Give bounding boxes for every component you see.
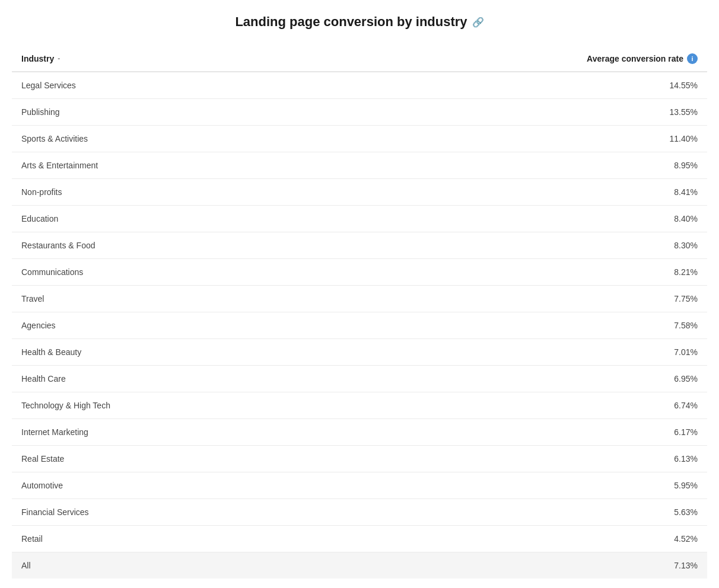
row-rate-7: 8.21% [674, 267, 698, 277]
table-row: Health Care6.95% [12, 366, 707, 392]
table-header: Industry - Average conversion rate i [12, 49, 707, 72]
table-row: Automotive5.95% [12, 472, 707, 499]
row-industry-15: Automotive [21, 481, 63, 490]
row-industry-4: Non-profits [21, 187, 62, 197]
table-row: Agencies7.58% [12, 312, 707, 339]
row-rate-6: 8.30% [674, 241, 698, 250]
row-industry-17: Retail [21, 534, 43, 544]
row-industry-0: Legal Services [21, 81, 76, 90]
table-row: Education8.40% [12, 206, 707, 232]
row-rate-16: 5.63% [674, 507, 698, 517]
page-container: Landing page conversion by industry 🔗 In… [0, 0, 719, 588]
table-row: Non-profits8.41% [12, 179, 707, 206]
row-rate-8: 7.75% [674, 294, 698, 303]
row-industry-13: Internet Marketing [21, 427, 88, 437]
rate-label: Average conversion rate [587, 54, 683, 63]
row-industry-1: Publishing [21, 107, 60, 117]
row-industry-14: Real Estate [21, 454, 64, 464]
industry-label: Industry [21, 54, 54, 63]
row-industry-11: Health Care [21, 374, 66, 384]
table-row: Financial Services5.63% [12, 499, 707, 526]
link-icon[interactable]: 🔗 [472, 17, 484, 28]
table-footer-row: All 7.13% [12, 552, 707, 579]
row-industry-6: Restaurants & Food [21, 241, 96, 250]
row-rate-9: 7.58% [674, 321, 698, 330]
row-rate-12: 6.74% [674, 401, 698, 410]
rate-column-header: Average conversion rate i [587, 53, 698, 64]
row-industry-7: Communications [21, 267, 83, 277]
row-rate-10: 7.01% [674, 347, 698, 357]
table-row: Restaurants & Food8.30% [12, 232, 707, 259]
table-row: Arts & Entertainment8.95% [12, 152, 707, 179]
row-rate-2: 11.40% [670, 134, 698, 143]
table-row: Travel7.75% [12, 286, 707, 312]
info-icon[interactable]: i [687, 53, 698, 64]
row-rate-3: 8.95% [674, 161, 698, 170]
row-industry-10: Health & Beauty [21, 347, 81, 357]
row-rate-1: 13.55% [670, 107, 698, 117]
row-rate-13: 6.17% [674, 427, 698, 437]
page-title: Landing page conversion by industry [235, 14, 467, 30]
table-row: Publishing13.55% [12, 99, 707, 126]
data-table: Industry - Average conversion rate i Leg… [12, 49, 707, 579]
table-row: Real Estate6.13% [12, 446, 707, 472]
row-rate-17: 4.52% [674, 534, 698, 544]
table-row: Health & Beauty7.01% [12, 339, 707, 366]
table-row: Sports & Activities11.40% [12, 126, 707, 152]
table-row: Communications8.21% [12, 259, 707, 286]
table-row: Retail4.52% [12, 526, 707, 552]
row-rate-14: 6.13% [674, 454, 698, 464]
table-row: Internet Marketing6.17% [12, 419, 707, 446]
row-industry-9: Agencies [21, 321, 56, 330]
title-row: Landing page conversion by industry 🔗 [12, 14, 707, 30]
row-industry-3: Arts & Entertainment [21, 161, 98, 170]
row-rate-11: 6.95% [674, 374, 698, 384]
table-row: Technology & High Tech6.74% [12, 392, 707, 419]
footer-rate: 7.13% [674, 561, 698, 570]
footer-industry: All [21, 561, 31, 570]
row-industry-16: Financial Services [21, 507, 89, 517]
sort-icon[interactable]: - [58, 55, 60, 63]
row-rate-15: 5.95% [674, 481, 698, 490]
row-rate-0: 14.55% [670, 81, 698, 90]
industry-column-header[interactable]: Industry - [21, 54, 60, 63]
row-rate-5: 8.40% [674, 214, 698, 223]
row-industry-2: Sports & Activities [21, 134, 88, 143]
row-rate-4: 8.41% [674, 187, 698, 197]
row-industry-12: Technology & High Tech [21, 401, 110, 410]
row-industry-8: Travel [21, 294, 44, 303]
table-rows: Legal Services14.55%Publishing13.55%Spor… [12, 72, 707, 552]
row-industry-5: Education [21, 214, 58, 223]
table-row: Legal Services14.55% [12, 72, 707, 99]
